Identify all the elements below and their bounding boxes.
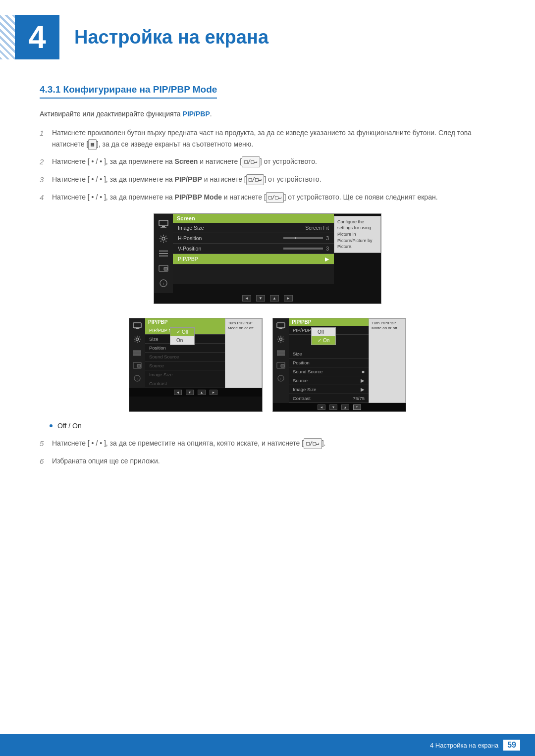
osd-menu-panel: Screen Image SizeScreen Fit H-Position — [173, 214, 334, 293]
intro-text: Активирайте или деактивирайте функцията — [40, 110, 181, 118]
pip-on-tooltip: Turn PIP/PBP Mode on or off. — [369, 318, 406, 403]
menu-item-pip-pbp-active: PIP/PBP▶ — [173, 254, 334, 264]
step-3-bold: PIP/PBP — [175, 175, 202, 183]
screen-menu-tooltip: Configure the settings for using Picture… — [334, 216, 381, 253]
step-5: 5 Натиснете [ • / • ], за да се премести… — [40, 438, 495, 450]
screen-menu-screenshot: i Screen Image SizeScreen Fit H-Posit — [154, 213, 381, 304]
nav-left-btn[interactable]: ◄ — [242, 295, 251, 302]
pip-contrast-row-l: Contrast — [145, 379, 225, 388]
monitor-icon — [158, 219, 169, 229]
svg-rect-22 — [277, 323, 285, 328]
step-6-text: Избраната опция ще се приложи. — [52, 455, 495, 467]
chapter-number: 4 — [28, 21, 46, 53]
bullet-section: Off / On — [50, 422, 495, 430]
pip-off-osd: i PIP/PBP PIP/PBP Mode Size Position S — [129, 318, 262, 388]
menu-item-image-size: Image SizeScreen Fit — [173, 223, 334, 233]
pip-nav-r-left[interactable]: ◄ — [318, 404, 325, 410]
pip-imagesize-row-r: Image Size▶ — [289, 385, 369, 394]
intro-period: . — [210, 110, 212, 118]
step-5-text: Натиснете [ • / • ], за да се преместите… — [52, 438, 495, 450]
osd-sidebar-icons: i — [154, 214, 173, 293]
pip-info-icon-l: i — [134, 375, 141, 384]
settings-icon — [158, 234, 169, 244]
confirm-icon-step3: □/□↵ — [246, 174, 265, 185]
nav-up-btn[interactable]: ▲ — [270, 295, 279, 302]
step-1-number: 1 — [40, 127, 52, 150]
intro-paragraph: Активирайте или деактивирайте функцията … — [40, 108, 495, 119]
pip-off-dropdown: ✓ Off On — [170, 327, 195, 345]
confirm-icon-step2: □/□↵ — [242, 156, 260, 167]
step-4-bold: PIP/PBP Mode — [175, 193, 222, 201]
svg-rect-11 — [133, 323, 141, 328]
page-number: 59 — [503, 740, 520, 751]
pip-menu-lines-icon-l — [133, 349, 141, 358]
pip-size-row-r: Size — [289, 350, 369, 358]
pip-sound-row-r: Sound Source■ — [289, 367, 369, 376]
pip-on-dropdown: Off ✓ On — [311, 327, 336, 345]
pip-info-icon-r: i — [277, 375, 284, 384]
menu-icon-step1: ▦ — [88, 139, 97, 150]
dropdown-off-selected[interactable]: ✓ Off — [170, 328, 194, 336]
bullet-dot — [50, 424, 53, 427]
svg-point-14 — [136, 338, 139, 340]
nav-bar-top: ◄ ▼ ▲ ► — [154, 293, 381, 303]
pip-sound-row-l: Sound Source — [145, 353, 225, 361]
dropdown-on-selected[interactable]: ✓ On — [312, 336, 335, 345]
nav-right-btn[interactable]: ► — [284, 295, 293, 302]
pip-settings-icon-r — [277, 335, 285, 345]
page-footer: 4 Настройка на екрана 59 — [0, 734, 535, 756]
pip-contrast-row-r: Contrast75/75 — [289, 394, 369, 403]
pip-nav-l-down[interactable]: ▼ — [186, 390, 194, 395]
pip-pip-icon-r — [276, 362, 285, 371]
info-sidebar-icon: i — [158, 278, 169, 288]
svg-text:i: i — [163, 281, 164, 286]
pip-on-nav: ◄ ▼ ▲ ↵ — [273, 403, 406, 411]
chapter-number-box: 4 — [15, 15, 59, 59]
intro-highlight: PIP/PBP — [183, 110, 210, 118]
pip-nav-r-down[interactable]: ▼ — [329, 404, 337, 410]
menu-spacer — [173, 264, 334, 284]
pip-nav-r-up[interactable]: ▲ — [341, 404, 349, 410]
pip-nav-l-right[interactable]: ► — [210, 390, 217, 395]
content-area: 4.3.1 Конфигуриране на PIP/PBP Mode Акти… — [0, 84, 535, 467]
two-col-screenshots: i PIP/PBP PIP/PBP Mode Size Position S — [129, 318, 406, 412]
pip-nav-l-up[interactable]: ▲ — [198, 390, 206, 395]
pip-off-screenshot: i PIP/PBP PIP/PBP Mode Size Position S — [129, 318, 263, 412]
pip-on-osd: i PIP/PBP PIP/PBP Mode Off — [273, 318, 406, 403]
menu-lines-icon — [158, 249, 169, 258]
svg-rect-0 — [159, 220, 168, 226]
top-screenshot-container: i Screen Image SizeScreen Fit H-Posit — [154, 213, 381, 304]
svg-text:i: i — [280, 376, 281, 381]
pip-imagesize-row-l: Image Size — [145, 370, 225, 379]
pip-sidebar-icon — [158, 263, 169, 273]
pip-settings-icon-l — [133, 335, 141, 345]
svg-rect-30 — [281, 364, 284, 367]
pip-off-tooltip: Turn PIP/PBP Mode on or off. — [225, 318, 262, 388]
dropdown-off-option-r[interactable]: Off — [312, 328, 335, 336]
pip-on-sidebar: i — [273, 318, 289, 403]
screen-menu-header: Screen — [173, 214, 334, 223]
h-position-bar — [283, 237, 323, 239]
step-3-number: 3 — [40, 174, 52, 186]
svg-rect-8 — [164, 267, 167, 270]
pip-nav-l-left[interactable]: ◄ — [174, 390, 182, 395]
confirm-icon-step5: □/□↵ — [304, 438, 322, 449]
dropdown-on-option-l[interactable]: On — [170, 336, 194, 345]
nav-down-btn[interactable]: ▼ — [256, 295, 265, 302]
step-4-number: 4 — [40, 192, 52, 203]
section-title: Конфигуриране на PIP/PBP Mode — [63, 84, 217, 95]
header-stripe-decoration — [0, 15, 15, 59]
bullet-label: Off / On — [57, 422, 82, 430]
step-1-text: Натиснете произволен бутон върху преднат… — [52, 127, 495, 150]
pip-off-nav: ◄ ▼ ▲ ► — [129, 388, 262, 397]
step-4-text: Натиснете [ • / • ], за да преминете на … — [52, 192, 495, 203]
pip-monitor-icon-l — [133, 322, 142, 331]
svg-point-25 — [280, 338, 282, 340]
step-2-bold: Screen — [175, 157, 198, 165]
pip-off-header: PIP/PBP — [145, 318, 225, 326]
on-label: On — [323, 338, 329, 343]
screen-menu-items: Image SizeScreen Fit H-Position 3 — [173, 223, 334, 284]
step-2-text: Натиснете [ • / • ], за да преминете на … — [52, 156, 495, 168]
pip-on-screenshot: i PIP/PBP PIP/PBP Mode Off — [272, 318, 406, 412]
pip-nav-r-enter[interactable]: ↵ — [353, 404, 361, 410]
